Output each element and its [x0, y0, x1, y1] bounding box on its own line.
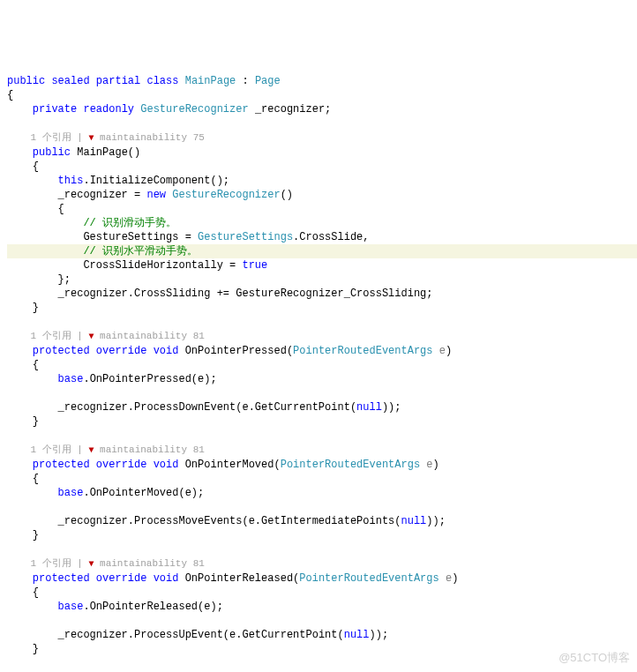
line: [7, 429, 13, 442]
line: GestureSettings = GestureSettings.CrossS…: [7, 231, 370, 243]
line: _recognizer = new GestureRecognizer(): [7, 189, 293, 201]
line: {: [7, 586, 39, 599]
line: [7, 387, 13, 399]
line: [7, 501, 13, 513]
line: protected override void OnPointerRelease…: [7, 572, 458, 585]
line: }: [7, 302, 39, 314]
line: }: [7, 415, 39, 428]
line: {: [7, 473, 39, 485]
line: _recognizer.ProcessDownEvent(e.GetCurren…: [7, 401, 401, 414]
line: public MainPage(): [7, 146, 140, 159]
codelens[interactable]: 1 个引用 | ▼ maintainability 81: [7, 331, 205, 341]
line: [7, 117, 13, 130]
line: base.OnPointerReleased(e);: [7, 601, 223, 613]
line: _recognizer.ProcessUpEvent(e.GetCurrentP…: [7, 629, 388, 641]
line: public sealed partial class MainPage : P…: [7, 75, 281, 87]
codelens[interactable]: 1 个引用 | ▼ maintainability 81: [7, 558, 205, 569]
line: [7, 316, 13, 328]
line: };: [7, 273, 71, 286]
code-block: public sealed partial class MainPage : P…: [7, 60, 637, 672]
line: // 识别水平滑动手势。: [7, 244, 637, 258]
line: CrossSlideHorizontally = true: [7, 259, 267, 272]
line: private readonly GestureRecognizer _reco…: [7, 103, 331, 116]
codelens[interactable]: 1 个引用 | ▼ maintainability 75: [7, 132, 205, 143]
line: protected override void OnPointerMoved(P…: [7, 459, 439, 471]
line: [7, 657, 13, 669]
line: protected override void OnPointerPressed…: [7, 345, 452, 357]
line: this.InitializeComponent();: [7, 175, 229, 187]
line: }: [7, 643, 39, 655]
line: {: [7, 203, 64, 215]
line: [7, 543, 13, 556]
line: {: [7, 161, 39, 173]
line: {: [7, 359, 39, 371]
line: }: [7, 529, 39, 541]
line: base.OnPointerPressed(e);: [7, 373, 217, 385]
line: _recognizer.ProcessMoveEvents(e.GetInter…: [7, 515, 446, 527]
line: _recognizer.CrossSliding += GestureRecog…: [7, 287, 433, 300]
line: base.OnPointerMoved(e);: [7, 487, 204, 499]
line: [7, 615, 13, 627]
line: {: [7, 89, 13, 101]
line: // 识别滑动手势。: [7, 217, 176, 229]
codelens[interactable]: 1 个引用 | ▼ maintainability 81: [7, 444, 205, 455]
